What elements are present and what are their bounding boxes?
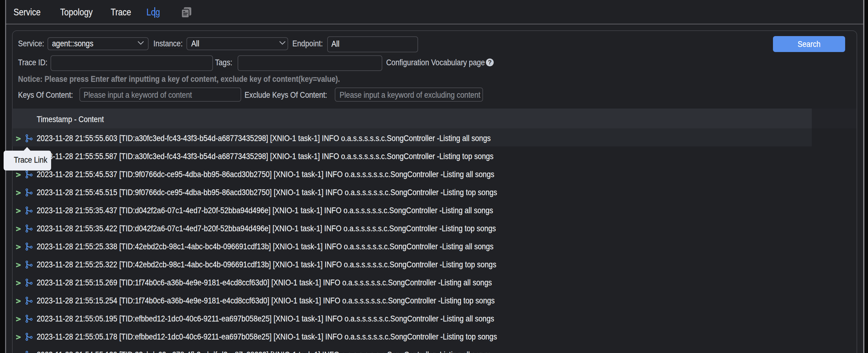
svg-text:?: ? [488, 59, 492, 66]
